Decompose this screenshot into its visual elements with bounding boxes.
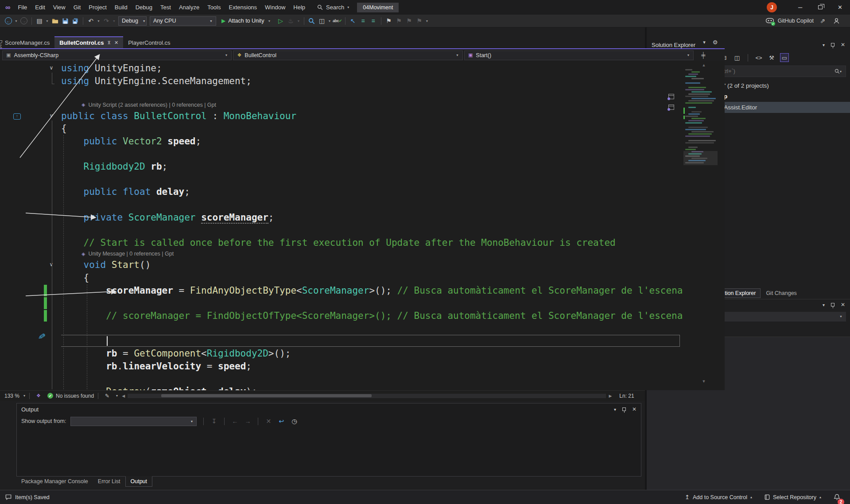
fold-chevron-icon[interactable]: ∨	[47, 65, 56, 71]
next-bookmark-icon[interactable]: ⚑	[404, 16, 414, 26]
menu-test[interactable]: Test	[156, 0, 175, 15]
project-dropdown[interactable]: ▣Assembly-CSharp▼	[2, 50, 232, 60]
properties-position-dropdown[interactable]: ▾	[823, 302, 825, 307]
bottom-tab-output[interactable]: Output	[125, 476, 153, 487]
codelens-row[interactable]: ◈Unity Message | 0 references | Gpt	[61, 249, 683, 259]
toggle-bookmark-icon[interactable]: ⚑	[384, 16, 394, 26]
sync-namespaces-icon[interactable]: ◫	[317, 16, 327, 26]
solution-explorer-close-icon[interactable]: ✕	[841, 42, 845, 48]
undo-icon[interactable]: ↶	[86, 16, 96, 26]
navigate-backward-dropdown[interactable]: ▼	[14, 19, 19, 23]
prev-bookmark-icon[interactable]: ⚑	[394, 16, 404, 26]
indent-operations-icon[interactable]: ≡	[369, 16, 378, 26]
code-line[interactable]: Destroy(gameObject, delay);	[61, 385, 683, 390]
properties-wrench-icon[interactable]: ⚒	[767, 53, 776, 62]
github-copilot-icon[interactable]: ✔	[766, 18, 774, 24]
code-line[interactable]	[61, 297, 683, 310]
solution-explorer-pin-icon[interactable]	[831, 43, 834, 47]
document-health-indicator[interactable]: ✔ No issues found	[47, 393, 94, 399]
menu-analyze[interactable]: Analyze	[175, 0, 203, 15]
codelens-text[interactable]: Unity Message | 0 references | Gpt	[88, 251, 174, 257]
menu-edit[interactable]: Edit	[31, 0, 49, 15]
output-pin-icon[interactable]	[622, 407, 626, 411]
save-output-icon[interactable]: ↧	[209, 416, 219, 426]
view-code-icon[interactable]: <>	[754, 53, 763, 62]
scrollbar-track[interactable]	[128, 394, 606, 398]
solution-configurations-combo[interactable]: Debug▼	[118, 16, 147, 26]
toggle-word-wrap-icon[interactable]: ↩	[276, 416, 286, 426]
project-badge[interactable]: 04Moviment	[357, 3, 399, 12]
bottom-tab-error-list[interactable]: Error List	[93, 477, 125, 486]
new-project-dropdown[interactable]: ▼	[45, 19, 50, 23]
menu-git[interactable]: Git	[70, 0, 85, 15]
output-window-position-dropdown[interactable]: ▾	[614, 407, 616, 412]
save-all-icon[interactable]	[70, 16, 80, 26]
open-folder-icon[interactable]	[50, 16, 60, 26]
code-line[interactable]	[61, 198, 683, 211]
timestamp-icon[interactable]: ◷	[289, 416, 299, 426]
clear-bookmarks-icon[interactable]: ⚑	[415, 16, 424, 26]
code-line[interactable]	[61, 322, 683, 335]
start-without-debugging-icon[interactable]: ▷	[276, 16, 286, 26]
save-icon[interactable]	[60, 16, 70, 26]
minimap-viewport[interactable]	[683, 151, 718, 165]
redo-icon[interactable]: ↷	[101, 16, 111, 26]
scroll-down-arrow-icon[interactable]: ▼	[702, 379, 706, 384]
hot-reload-dropdown[interactable]: ▼	[296, 19, 301, 23]
output-content[interactable]	[17, 427, 641, 476]
code-line[interactable]: using UnityEngine.SceneManagement;	[61, 75, 683, 88]
spell-checker-icon[interactable]: abc✔	[333, 16, 342, 26]
line-operations-icon[interactable]: ≡	[358, 16, 368, 26]
unity-asset-margin-icon[interactable]: ↑	[13, 113, 21, 120]
code-line[interactable]	[61, 373, 683, 386]
code-line[interactable]: using UnityEngine;	[61, 62, 683, 75]
properties-close-icon[interactable]: ✕	[841, 302, 845, 308]
editor-margin[interactable]: ∨∨∨↑	[0, 61, 61, 390]
copilot-user-icon[interactable]	[831, 16, 841, 26]
fold-chevron-icon[interactable]: ∨	[47, 261, 56, 268]
close-button[interactable]: ✕	[830, 0, 850, 15]
tab-settings-gear-icon[interactable]: ⚙	[713, 39, 718, 46]
clear-all-icon[interactable]: ✕	[264, 416, 273, 426]
code-line[interactable]: // Start is called once before the first…	[61, 236, 683, 249]
search-control[interactable]: Search ▾	[317, 4, 349, 11]
tab-playercontrol-cs[interactable]: PlayerControl.cs	[123, 36, 175, 48]
code-editor[interactable]: ∨∨∨↑ using UnityEngine;using UnityEngine…	[0, 61, 725, 390]
avatar[interactable]: J	[767, 2, 777, 12]
menu-help[interactable]: Help	[289, 0, 309, 15]
new-project-icon[interactable]: ▤	[35, 16, 44, 26]
codelens-row[interactable]: ◈Unity Script (2 asset references) | 0 r…	[61, 100, 683, 110]
solution-platforms-combo[interactable]: Any CPU▼	[150, 16, 216, 26]
minimap-scrollbar[interactable]: ▲▼	[683, 61, 725, 390]
type-dropdown[interactable]: ❖BulletControl▼	[233, 50, 462, 60]
menu-extensions[interactable]: Extensions	[225, 0, 261, 15]
tab-bulletcontrol-cs[interactable]: BulletControl.cs⊼✕	[54, 36, 123, 48]
bottom-tab-package-manager-console[interactable]: Package Manager Console	[16, 477, 93, 486]
code-line[interactable]: public class BulletControl : MonoBehavio…	[61, 110, 683, 123]
code-line[interactable]: private ScoreManager scoreManager;	[61, 211, 683, 224]
search-options-dropdown[interactable]: ▾	[840, 70, 842, 74]
code-line[interactable]: scoreManager = FindAnyObjectByType<Score…	[61, 284, 683, 297]
search-scope-dropdown[interactable]: ▾	[347, 5, 349, 9]
code-line[interactable]: Rigidbody2D rb;	[61, 160, 683, 173]
code-line[interactable]: public Vector2 speed;	[61, 135, 683, 148]
restore-button[interactable]	[810, 0, 830, 15]
code-cleanup-icon[interactable]: ✎	[102, 391, 112, 401]
selection-mode-icon[interactable]: ↖	[348, 16, 358, 26]
split-window-handle[interactable]: ╪	[701, 52, 705, 58]
redo-dropdown[interactable]: ▼	[112, 19, 116, 23]
code-line[interactable]	[61, 148, 683, 161]
github-copilot-label[interactable]: GitHub Copilot	[778, 18, 814, 24]
attach-to-unity-button[interactable]: ▶Attach to Unity▼	[218, 18, 276, 24]
code-view[interactable]: using UnityEngine;using UnityEngine.Scen…	[61, 61, 683, 390]
output-close-icon[interactable]: ✕	[632, 406, 637, 412]
member-dropdown[interactable]: ▣Start()▼	[464, 50, 694, 60]
menu-tools[interactable]: Tools	[203, 0, 225, 15]
solution-explorer-position-dropdown[interactable]: ▾	[823, 43, 825, 47]
code-line[interactable]: public float delay;	[61, 186, 683, 198]
copilot-share-icon[interactable]: ⇗	[818, 16, 827, 26]
navigate-forward-icon[interactable]: →	[20, 17, 27, 24]
scroll-right-arrow[interactable]: ▶	[609, 394, 612, 398]
feedback-icon[interactable]	[5, 494, 12, 500]
zoom-level[interactable]: 133 %	[4, 393, 19, 399]
